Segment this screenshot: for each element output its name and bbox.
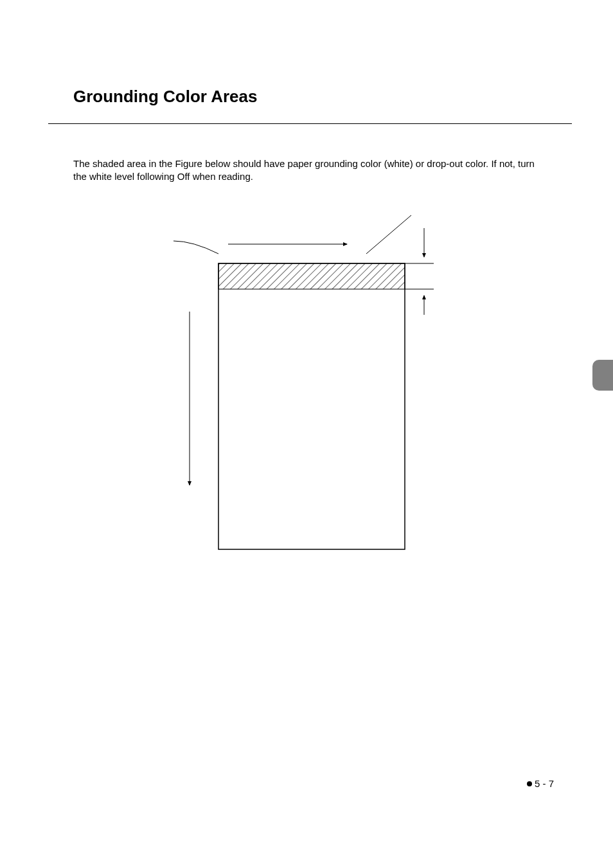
body-paragraph: The shaded area in the Figure below shou… [73, 157, 542, 184]
svg-rect-2 [218, 263, 405, 549]
section-tab [592, 360, 613, 391]
grounding-color-diagram [129, 209, 488, 569]
svg-rect-3 [218, 263, 405, 289]
page-number-text: 5 - 7 [535, 778, 554, 789]
page-title: Grounding Color Areas [73, 87, 258, 107]
bullet-icon [527, 781, 532, 786]
diagram-svg [129, 209, 488, 569]
title-divider [48, 123, 572, 124]
svg-line-5 [366, 215, 411, 254]
page-number: 5 - 7 [527, 778, 554, 789]
